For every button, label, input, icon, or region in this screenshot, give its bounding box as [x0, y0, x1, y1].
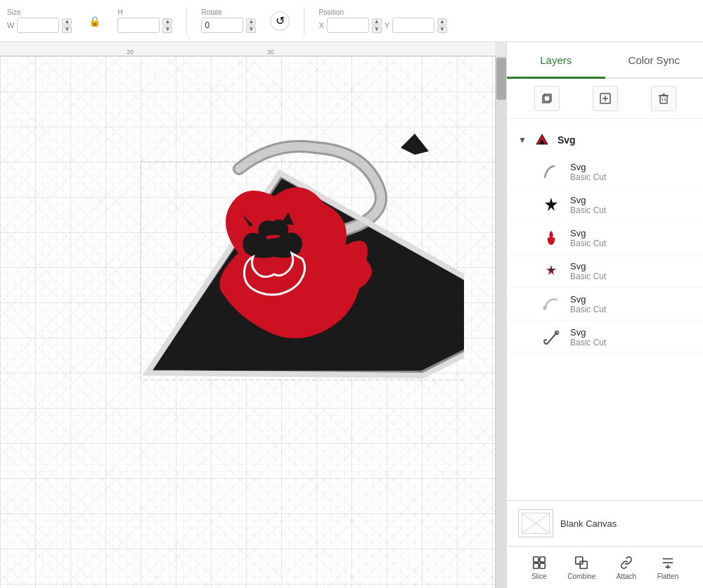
svg-rect-9 [660, 96, 667, 103]
scrollbar-vertical[interactable] [495, 56, 506, 588]
main-area: 20 30 [0, 42, 703, 588]
layer-info-5: Svg Basic Cut [570, 294, 606, 314]
y-spinner[interactable]: ▲ ▼ [437, 18, 447, 33]
action-bar: Slice Combine Attach [507, 546, 703, 588]
layer-item[interactable]: Svg Basic Cut [507, 255, 703, 288]
height-label: H [117, 8, 122, 16]
panel-tabs: Layers Color Sync [507, 42, 703, 79]
tab-underline [507, 77, 605, 79]
layer-thumb-4 [541, 260, 562, 281]
add-icon [599, 92, 612, 105]
height-group: H ▲ ▼ [117, 8, 172, 33]
tab-color-sync-label: Color Sync [628, 54, 680, 66]
flatten-button[interactable]: Flatten [657, 555, 679, 580]
svg-marker-16 [545, 198, 557, 211]
divider-2 [304, 7, 304, 35]
layer-thumb-6 [541, 326, 562, 347]
layer-type-5: Basic Cut [570, 305, 606, 314]
ruler-tick-20: 20 [127, 49, 134, 56]
y-label: Y [385, 21, 389, 30]
layer-type-4: Basic Cut [570, 271, 606, 281]
slice-label: Slice [531, 573, 547, 580]
scrollbar-thumb[interactable] [496, 58, 506, 100]
layer-item[interactable]: Svg Basic Cut [507, 288, 703, 321]
group-name: Svg [557, 134, 576, 146]
width-input[interactable] [17, 18, 59, 33]
duplicate-button[interactable] [534, 86, 560, 111]
layer-info-4: Svg Basic Cut [570, 261, 606, 281]
layer-thumb-3 [541, 227, 562, 248]
tab-layers[interactable]: Layers [507, 42, 605, 77]
size-label: Size [7, 8, 20, 16]
layer-thumb-2 [541, 194, 562, 215]
rotate-label: Rotate [201, 8, 221, 16]
panel-toolbar [507, 79, 703, 119]
attach-button[interactable]: Attach [617, 555, 636, 580]
layer-item[interactable]: Svg Basic Cut [507, 155, 703, 188]
layer-item[interactable]: Svg Basic Cut [507, 321, 703, 354]
tab-layers-label: Layers [540, 54, 572, 66]
rotate-input[interactable] [201, 18, 243, 33]
size-group: Size W ▲ ▼ [7, 8, 72, 33]
y-input[interactable] [392, 18, 434, 33]
height-down[interactable]: ▼ [162, 26, 172, 33]
x-input[interactable] [327, 18, 369, 33]
combine-button[interactable]: Combine [567, 555, 595, 580]
y-up[interactable]: ▲ [437, 18, 447, 25]
slice-button[interactable]: Slice [531, 555, 547, 580]
x-down[interactable]: ▼ [372, 26, 382, 33]
svg-rect-27 [534, 563, 538, 568]
layer-group-header[interactable]: ▼ Svg [507, 124, 703, 155]
width-down[interactable]: ▼ [62, 26, 72, 33]
add-button[interactable] [593, 86, 618, 111]
layer-name-1: Svg [570, 162, 606, 172]
canvas-grid[interactable] [0, 56, 495, 588]
height-up[interactable]: ▲ [162, 18, 172, 25]
flatten-icon [660, 555, 676, 570]
position-label: Position [318, 8, 344, 16]
height-input[interactable] [117, 18, 160, 33]
tab-color-sync[interactable]: Color Sync [605, 42, 704, 77]
layer-item[interactable]: Svg Basic Cut [507, 222, 703, 255]
layer-name-5: Svg [570, 294, 606, 305]
layers-list[interactable]: ▼ Svg Svg Basic [507, 119, 703, 500]
width-spinner[interactable]: ▲ ▼ [62, 18, 72, 33]
ruler-tick-30: 30 [267, 49, 274, 56]
duplicate-icon [541, 92, 553, 105]
layer-thumb-1 [541, 161, 562, 182]
layer-info-2: Svg Basic Cut [570, 195, 606, 215]
position-group: Position X ▲ ▼ Y ▲ ▼ [318, 8, 447, 33]
group-chevron: ▼ [518, 135, 527, 145]
x-up[interactable]: ▲ [372, 18, 382, 25]
combine-icon [574, 555, 589, 570]
combine-label: Combine [567, 573, 595, 580]
layer-info-6: Svg Basic Cut [570, 327, 606, 347]
svg-rect-26 [540, 556, 545, 561]
group-icon [532, 130, 552, 150]
y-down[interactable]: ▼ [437, 26, 447, 33]
x-spinner[interactable]: ▲ ▼ [372, 18, 382, 33]
svg-rect-28 [540, 563, 545, 568]
attach-label: Attach [617, 573, 636, 580]
layer-item[interactable]: Svg Basic Cut [507, 188, 703, 222]
rotate-down[interactable]: ▼ [246, 26, 256, 33]
rotate-spinner[interactable]: ▲ ▼ [246, 18, 256, 33]
x-label: X [318, 21, 323, 30]
right-panel: Layers Color Sync [506, 42, 703, 588]
delete-button[interactable] [651, 86, 676, 111]
layer-type-2: Basic Cut [570, 205, 606, 215]
layer-type-6: Basic Cut [570, 338, 606, 347]
layer-name-4: Svg [570, 261, 606, 271]
canvas-label: Blank Canvas [560, 518, 617, 529]
layer-type-3: Basic Cut [570, 238, 606, 248]
canvas-area[interactable]: 20 30 [0, 42, 506, 588]
canvas-image [56, 113, 464, 408]
rotate-up[interactable]: ▲ [246, 18, 256, 25]
width-up[interactable]: ▲ [62, 18, 72, 25]
layer-thumb-5 [541, 293, 562, 314]
layer-type-1: Basic Cut [570, 172, 606, 182]
rotate-reset-btn[interactable]: ↺ [270, 11, 290, 31]
svg-rect-29 [576, 556, 583, 563]
height-spinner[interactable]: ▲ ▼ [162, 18, 172, 33]
svg-marker-2 [401, 134, 429, 155]
